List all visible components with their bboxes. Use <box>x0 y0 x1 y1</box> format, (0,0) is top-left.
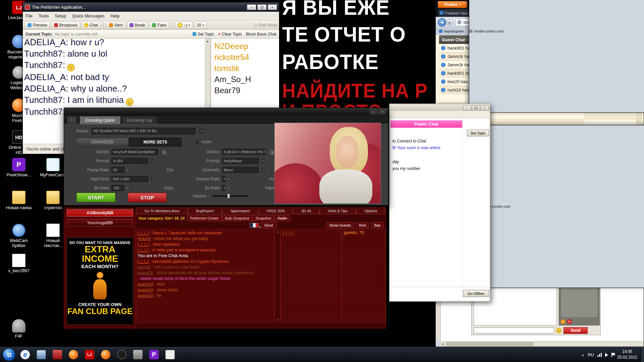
slider-thumb[interactable] <box>227 194 230 199</box>
desktop-icon[interactable]: x_bec1ff87 <box>1 254 36 273</box>
chevron-down-icon[interactable] <box>126 167 128 173</box>
preset-select[interactable]: HD Quality(750 kbps) 800 x 600 20 fps <box>92 128 196 134</box>
taskbar-app-button[interactable] <box>131 348 144 361</box>
device-search-button[interactable] <box>268 149 274 155</box>
desktop-icon[interactable]: Новая папка <box>1 191 36 210</box>
menu-item[interactable]: Tools <box>39 13 49 18</box>
minimize-button[interactable] <box>247 4 256 10</box>
menu-item[interactable]: Quick Messages <box>72 13 104 18</box>
nav-button[interactable]: Hints & Tips <box>320 207 356 214</box>
chevron-down-icon[interactable] <box>150 176 155 182</box>
video-format-select[interactable]: H.264 <box>111 158 148 164</box>
block-basic-chat-button[interactable]: Block Basic Chat <box>246 32 276 37</box>
go-offline-button[interactable]: Go Offline <box>463 290 489 297</box>
nav-button[interactable]: $2.49 <box>293 207 319 214</box>
taskbar-app-button[interactable] <box>115 348 128 361</box>
taskbar-app-button[interactable] <box>99 348 112 361</box>
tab-encoding-log[interactable]: Encoding Log <box>121 116 157 124</box>
chat-username[interactable]: guest14 <box>138 282 153 287</box>
info-icon[interactable] <box>560 319 566 324</box>
audio-bitrate-select[interactable]: 80 <box>222 185 225 191</box>
desktop-icon[interactable]: P PeekShow... <box>1 158 36 177</box>
chat-username[interactable]: i_i_i_i <box>138 230 149 235</box>
stop-button[interactable]: STOP <box>128 193 167 202</box>
chat-username[interactable]: guest76 <box>138 270 153 275</box>
row2-button[interactable]: Snapshot <box>253 215 274 221</box>
volume-icon[interactable] <box>605 353 608 357</box>
preset-dropdown-icon[interactable] <box>198 128 205 134</box>
nav-button[interactable]: FREE 30% <box>259 207 293 214</box>
alert-button[interactable]: Alert <box>106 21 125 29</box>
chat-username[interactable]: i_i_i_i <box>138 247 149 252</box>
language-indicator[interactable]: RU <box>588 352 594 357</box>
set-topic-button[interactable]: Set Topic <box>193 32 214 37</box>
performer-titlebar[interactable]: The Performer Application... <box>23 2 279 12</box>
nav-button[interactable]: BugReport <box>188 207 222 214</box>
row2-button[interactable]: Performer Center <box>187 215 222 221</box>
close-icon[interactable] <box>567 319 572 324</box>
user-list-item[interactable]: Bear79 <box>214 85 276 96</box>
framerate-select[interactable]: 20 <box>111 167 124 173</box>
chat-username[interactable]: guest3 <box>138 236 151 241</box>
desktop-icon[interactable]: WebCamSplitter <box>1 224 36 248</box>
samplerate-select[interactable]: 44100 <box>222 176 225 182</box>
audio-device-select[interactable]: 8:@>D>= (Webcam Pro 9000) <box>222 149 266 155</box>
font-size-stepper[interactable]: 20▾ <box>194 21 207 29</box>
nav-button[interactable]: Go To Members Area <box>136 207 187 214</box>
action-center-icon[interactable] <box>611 353 615 357</box>
fake-button[interactable]: Fake <box>149 21 169 29</box>
tab-encoding-option[interactable]: Encoding Option <box>79 116 121 124</box>
taskbar-app-button[interactable]: P <box>148 348 160 361</box>
moderation-button[interactable]: Kick <box>356 222 369 228</box>
user-list-item[interactable]: rickster54 <box>214 52 276 63</box>
moderation-button[interactable]: Show Guests <box>326 222 354 228</box>
chat-input[interactable] <box>474 327 554 334</box>
preview-button[interactable]: Preview <box>25 21 50 29</box>
chevron-down-icon[interactable] <box>261 158 266 164</box>
bookmark-item[interactable]: model-centre.com <box>469 0 644 113</box>
audio-format-select[interactable]: NellyMoser <box>222 158 259 164</box>
maximize-button[interactable] <box>257 4 267 10</box>
model-button-a1blondybb[interactable]: A1BlondyBB <box>67 209 133 217</box>
row2-button[interactable]: Radio <box>274 215 290 221</box>
nav-button[interactable]: Options <box>356 207 385 214</box>
bookmark-item[interactable]: model-centre.com <box>476 125 644 288</box>
chevron-down-icon[interactable] <box>126 185 128 191</box>
send-button[interactable]: Send <box>261 222 277 228</box>
row2-button[interactable]: Auto Snapshot <box>222 215 252 221</box>
video-bitrate-select[interactable]: 750 <box>111 185 124 191</box>
more-sets-button[interactable]: MORE SETS <box>129 138 181 146</box>
hidden-icons-button[interactable] <box>581 353 584 357</box>
chat-username[interactable]: guest3 <box>138 264 151 269</box>
user-list-item[interactable]: Am_So_H <box>214 74 276 85</box>
input-size-select[interactable]: 800 x 600 <box>111 176 148 182</box>
user-list-item[interactable]: N2Deeep <box>214 41 276 52</box>
network-icon[interactable] <box>597 353 602 357</box>
taskbar-app-button[interactable] <box>51 348 64 361</box>
show-desktop-button[interactable] <box>641 347 644 362</box>
taskbar-app-button[interactable]: e <box>19 348 32 361</box>
encoder-titlebar[interactable] <box>64 108 388 115</box>
chat-username[interactable]: i_i_i_i <box>138 259 149 264</box>
flag-select[interactable] <box>250 223 259 228</box>
smiley-picker[interactable]: :-)▾ <box>175 21 193 29</box>
model-button-yourangelbb[interactable]: YourAngelBB <box>67 219 133 227</box>
chat-username[interactable]: i_i_i_i <box>138 242 149 247</box>
video-device-select[interactable]: VerySoft WebCamSplitter <box>111 149 158 155</box>
taskbar-app-button[interactable] <box>35 348 48 361</box>
fan-club-banner[interactable]: DO YOU WANT TO HAVE MASSIVE EXTRA INCOME… <box>67 238 133 325</box>
user-list-item[interactable]: tomslik <box>214 63 276 74</box>
clear-topic-button[interactable]: ×Clear Topic <box>218 32 242 37</box>
end-show-button[interactable]: ∅End Show <box>254 22 277 27</box>
host-chat-titlebar[interactable] <box>390 104 490 111</box>
chevron-down-icon[interactable] <box>227 185 229 191</box>
menu-item[interactable]: File <box>25 13 33 18</box>
scrollbar-thumb[interactable] <box>446 342 533 346</box>
minimize-button[interactable] <box>463 105 471 110</box>
chat-button[interactable]: Chat <box>82 21 101 29</box>
send-button[interactable]: Send <box>564 327 588 334</box>
clock[interactable]: 14:05 25.02.2012 <box>615 349 639 360</box>
chevron-down-icon[interactable] <box>261 167 266 173</box>
maximize-button[interactable] <box>472 105 480 110</box>
minimize-button[interactable] <box>370 109 377 114</box>
